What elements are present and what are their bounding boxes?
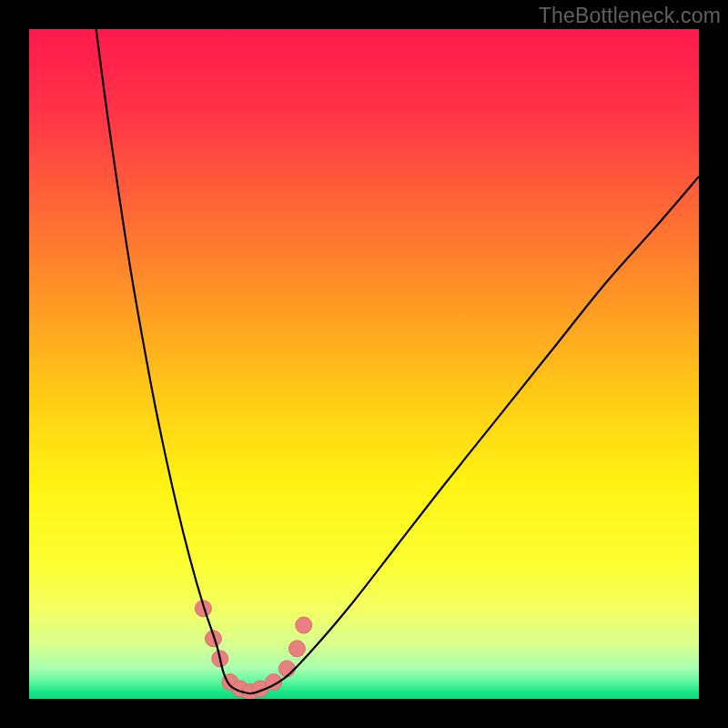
bottleneck-curve — [96, 29, 699, 693]
curve-layer — [29, 29, 699, 699]
data-marker — [278, 661, 295, 677]
watermark-text: TheBottleneck.com — [539, 4, 721, 28]
data-marker — [296, 617, 312, 633]
data-marker — [288, 641, 305, 657]
outer-frame: TheBottleneck.com — [0, 0, 728, 728]
marker-group — [195, 601, 311, 699]
plot-area — [29, 29, 699, 699]
